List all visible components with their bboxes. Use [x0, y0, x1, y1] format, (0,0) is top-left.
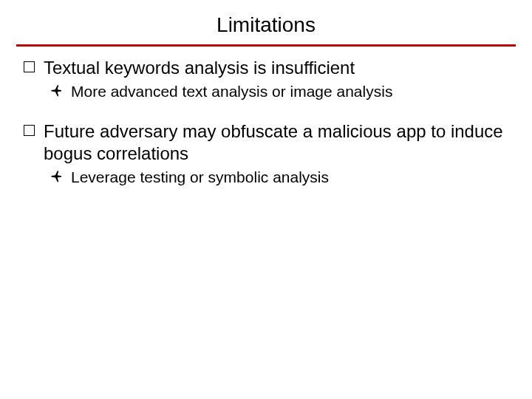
bullet-text: Leverage testing or symbolic analysis: [71, 168, 329, 187]
bullet-text: Future adversary may obfuscate a malicio…: [44, 120, 511, 165]
square-bullet-icon: [24, 61, 35, 72]
title-underline: [16, 44, 516, 47]
slide-title: Limitations: [21, 13, 511, 41]
bullet-text: Textual keywords analysis is insufficien…: [44, 57, 355, 79]
square-bullet-icon: [24, 125, 35, 136]
slide: Limitations Textual keywords analysis is…: [0, 0, 532, 399]
bullet-text: More advanced text analysis or image ana…: [71, 82, 392, 101]
list-item: Leverage testing or symbolic analysis: [50, 168, 511, 187]
airplane-bullet-icon: [50, 83, 64, 97]
list-item: Textual keywords analysis is insufficien…: [24, 57, 511, 79]
slide-body: Textual keywords analysis is insufficien…: [21, 57, 511, 188]
airplane-bullet-icon: [50, 169, 64, 183]
list-item: More advanced text analysis or image ana…: [50, 82, 511, 101]
list-item: Future adversary may obfuscate a malicio…: [24, 120, 511, 165]
